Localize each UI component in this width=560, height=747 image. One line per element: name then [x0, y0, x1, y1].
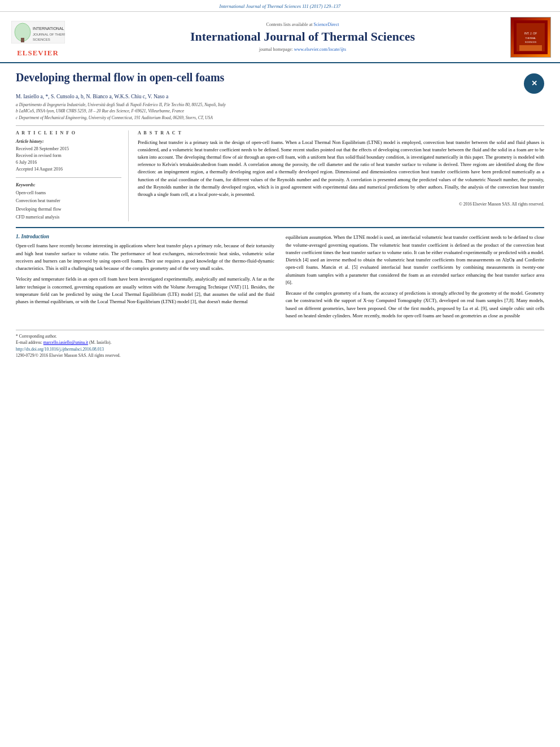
authors-line: M. Iasiello a, *, S. Cunsolo a, b, N. Bi…: [16, 94, 544, 99]
section1-heading: 1. Introduction: [16, 234, 274, 239]
article-title-block: Developing thermal flow in open-cell foa…: [16, 71, 224, 88]
homepage-link[interactable]: www.elsevier.com/locate/ijts: [294, 47, 346, 52]
article-info-abstract-row: A R T I C L E I N F O Article history: R…: [16, 130, 544, 222]
body-two-col: 1. Introduction Open-cell foams have rec…: [16, 234, 544, 323]
article-info-column: A R T I C L E I N F O Article history: R…: [16, 130, 129, 222]
crossmark-icon: ✕: [531, 79, 537, 88]
svg-text:INTERNATIONAL: INTERNATIONAL: [33, 27, 64, 30]
footer-email-link[interactable]: marcello.iasiello@unina.it: [43, 340, 88, 345]
journal-title: International Journal of Thermal Science…: [103, 29, 502, 44]
body-para-3: equilibrium assumption. When the LTNE mo…: [286, 234, 544, 286]
svg-text:INT. J. OF: INT. J. OF: [524, 32, 537, 35]
sciencedirect-link[interactable]: ScienceDirect: [314, 22, 339, 27]
svg-text:THERMAL: THERMAL: [525, 37, 536, 40]
copyright-line: © 2016 Elsevier Masson SAS. All rights r…: [138, 202, 544, 207]
thumbnail-image: INT. J. OF THERMAL SCIENCES: [514, 20, 548, 54]
journal-logo-area: INTERNATIONAL JOURNAL OF THERMAL SCIENCE…: [7, 16, 97, 58]
section-divider-1: [16, 125, 544, 126]
history-text: Received 28 September 2015 Received in r…: [16, 146, 121, 173]
main-content: Developing thermal flow in open-cell foa…: [0, 63, 560, 364]
article-footer: * Corresponding author. E-mail address: …: [16, 330, 544, 358]
article-title: Developing thermal flow in open-cell foa…: [16, 71, 224, 84]
svg-text:JOURNAL OF THERMAL: JOURNAL OF THERMAL: [33, 33, 65, 36]
footer-email-line: E-mail address: marcello.iasiello@unina.…: [16, 340, 544, 345]
elsevier-brand-text: ELSEVIER: [17, 49, 59, 58]
footer-issn: 1290-0729/© 2016 Elsevier Masson SAS. Al…: [16, 353, 544, 358]
svg-text:SCIENCES: SCIENCES: [525, 41, 537, 43]
page-wrapper: International Journal of Thermal Science…: [0, 0, 560, 364]
footer-doi-link[interactable]: http://dx.doi.org/10.1016/j.ijthermalsci…: [16, 347, 544, 352]
svg-text:SCIENCES: SCIENCES: [33, 38, 50, 41]
journal-header-center: Contents lists available at ScienceDirec…: [97, 22, 508, 51]
contents-line: Contents lists available at ScienceDirec…: [103, 22, 502, 27]
body-para-4: Because of the complex geometry of a foa…: [286, 290, 544, 320]
affiliation-a: a Dipartimento di Ingegneria Industriale…: [16, 102, 544, 108]
journal-header: INTERNATIONAL JOURNAL OF THERMAL SCIENCE…: [0, 12, 560, 63]
article-info-title: A R T I C L E I N F O: [16, 130, 121, 136]
body-col-right: equilibrium assumption. When the LTNE mo…: [286, 234, 544, 323]
journal-thumbnail: INT. J. OF THERMAL SCIENCES: [510, 17, 551, 58]
body-divider: [16, 227, 544, 228]
affiliation-b: b LaMCoS, INSA-lyon, UMR CNRS 5259, 18 –…: [16, 108, 544, 114]
svg-rect-11: [519, 45, 542, 51]
affiliation-c: c Department of Mechanical Engineering, …: [16, 115, 544, 121]
body-para-2: Velocity and temperature fields in an op…: [16, 276, 274, 305]
footer-corresponding-note: * Corresponding author.: [16, 334, 544, 339]
svg-rect-2: [21, 38, 24, 42]
journal-thumbnail-area: INT. J. OF THERMAL SCIENCES: [508, 17, 553, 58]
elsevier-logo: INTERNATIONAL JOURNAL OF THERMAL SCIENCE…: [7, 16, 69, 58]
affiliations-block: a Dipartimento di Ingegneria Industriale…: [16, 102, 544, 121]
body-col-left: 1. Introduction Open-cell foams have rec…: [16, 234, 274, 323]
abstract-title: A B S T R A C T: [138, 130, 544, 136]
crossmark-badge[interactable]: ✕: [524, 73, 544, 94]
journal-ref-text: International Journal of Thermal Science…: [220, 3, 341, 9]
title-row: Developing thermal flow in open-cell foa…: [16, 71, 544, 94]
elsevier-logo-box: INTERNATIONAL JOURNAL OF THERMAL SCIENCE…: [7, 16, 69, 47]
history-subtitle: Article history:: [16, 139, 121, 144]
keywords-list: Open-cell foams Convection heat transfer…: [16, 189, 121, 222]
info-divider: [16, 177, 121, 178]
abstract-column: A B S T R A C T Predicting heat transfer…: [138, 130, 544, 222]
homepage-line: journal homepage: www.elsevier.com/locat…: [103, 47, 502, 52]
journal-ref-bar: International Journal of Thermal Science…: [0, 0, 560, 12]
abstract-text: Predicting heat transfer is a primary ta…: [138, 139, 544, 198]
elsevier-logo-svg: INTERNATIONAL JOURNAL OF THERMAL SCIENCE…: [11, 21, 65, 43]
keywords-subtitle: Keywords:: [16, 182, 121, 187]
body-para-1: Open-cell foams have recently become int…: [16, 242, 274, 272]
